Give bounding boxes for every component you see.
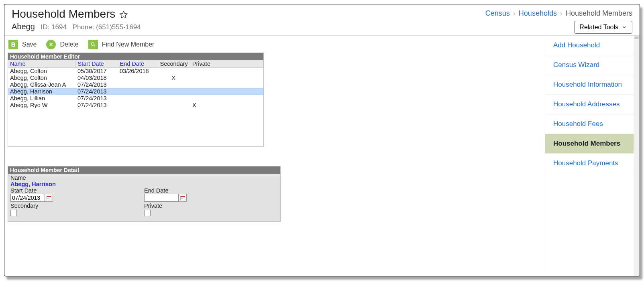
- household-member-editor-panel: Household Member Editor Name Start Date …: [8, 53, 264, 147]
- household-member-detail-panel: Household Member Detail Name Abegg, Harr…: [8, 166, 281, 222]
- related-tools-label: Related Tools: [579, 24, 618, 31]
- cell: [118, 88, 158, 95]
- table-row[interactable]: Abegg, Glissa-Jean A07/24/2013: [8, 81, 263, 88]
- svg-rect-10: [182, 198, 183, 199]
- svg-rect-4: [47, 196, 51, 197]
- cell: [158, 68, 189, 75]
- table-row[interactable]: Abegg, Ryo W07/24/2013X: [8, 102, 263, 109]
- chevron-right-icon: ›: [513, 9, 516, 18]
- secondary-checkbox[interactable]: [10, 210, 17, 216]
- save-icon: [8, 40, 18, 49]
- col-end-date[interactable]: End Date: [118, 60, 158, 68]
- cell: 03/26/2018: [118, 68, 158, 75]
- cell: [118, 102, 158, 109]
- cell: [158, 88, 189, 95]
- detail-private-label: Private: [144, 203, 278, 209]
- start-date-input[interactable]: [10, 194, 45, 202]
- cell: 04/03/2018: [75, 75, 118, 81]
- table-row[interactable]: Abegg, Colton04/03/2018X: [8, 75, 263, 81]
- household-id: ID: 1694: [41, 23, 67, 31]
- chevron-right-icon: ›: [560, 9, 562, 18]
- delete-button[interactable]: Delete: [46, 40, 78, 49]
- cell: Abegg, Colton: [8, 68, 75, 75]
- breadcrumb-census[interactable]: Census: [485, 9, 510, 18]
- sidebar-item[interactable]: Census Wizard: [545, 55, 634, 75]
- cell: Abegg, Ryo W: [8, 102, 75, 109]
- find-new-member-label: Find New Member: [102, 41, 155, 48]
- cell: Abegg, Lillian: [8, 95, 75, 102]
- star-icon[interactable]: [119, 8, 128, 20]
- detail-start-label: Start Date: [10, 187, 144, 194]
- svg-rect-8: [180, 196, 185, 197]
- save-label: Save: [22, 41, 37, 48]
- household-name: Abegg: [12, 22, 35, 31]
- cell: X: [189, 102, 263, 109]
- cell: 07/24/2013: [75, 95, 118, 102]
- cell: [118, 81, 158, 88]
- page-title-text: Household Members: [12, 8, 115, 20]
- svg-rect-6: [49, 198, 49, 199]
- detail-name-link[interactable]: Abegg, Harrison: [10, 181, 278, 187]
- members-table: Name Start Date End Date Secondary Priva…: [8, 60, 263, 68]
- page-title: Household Members: [12, 8, 141, 20]
- cell: 07/24/2013: [75, 102, 118, 109]
- breadcrumb-current: Household Members: [566, 9, 632, 18]
- search-icon: [88, 40, 98, 49]
- related-tools-button[interactable]: Related Tools: [574, 21, 632, 34]
- delete-label: Delete: [60, 41, 78, 48]
- private-checkbox[interactable]: [144, 210, 151, 216]
- action-toolbar: Save Delete Find New Member: [8, 39, 542, 53]
- breadcrumb: Census › Households › Household Members: [485, 8, 632, 18]
- side-nav: Add HouseholdCensus WizardHousehold Info…: [545, 36, 640, 276]
- sidebar-item[interactable]: Household Information: [545, 75, 634, 95]
- members-table-body: Abegg, Colton05/30/201703/26/2018Abegg, …: [8, 68, 263, 109]
- cell: 07/24/2013: [75, 81, 118, 88]
- cell: [158, 95, 189, 102]
- household-phone: Phone: (651)555-1694: [73, 23, 141, 31]
- cell: [118, 75, 158, 81]
- svg-rect-0: [12, 43, 14, 44]
- col-private[interactable]: Private: [190, 60, 263, 68]
- table-row[interactable]: Abegg, Harrison07/24/2013: [8, 88, 263, 95]
- cell: [189, 75, 263, 81]
- detail-panel-title: Household Member Detail: [8, 166, 280, 174]
- save-button[interactable]: Save: [8, 40, 37, 49]
- household-subline: Abegg ID: 1694 Phone: (651)555-1694: [12, 22, 141, 31]
- breadcrumb-households[interactable]: Households: [519, 9, 557, 18]
- cell: [158, 102, 189, 109]
- col-start-date[interactable]: Start Date: [75, 60, 118, 68]
- cell: [189, 95, 263, 102]
- cell: Abegg, Colton: [8, 75, 75, 81]
- end-date-input[interactable]: [144, 194, 179, 202]
- col-name[interactable]: Name: [8, 60, 75, 68]
- col-secondary[interactable]: Secondary: [158, 60, 190, 68]
- cell: Abegg, Harrison: [8, 88, 75, 95]
- scrollbar[interactable]: [634, 36, 640, 276]
- calendar-icon[interactable]: [45, 194, 53, 202]
- sidebar-item[interactable]: Household Addresses: [545, 95, 634, 114]
- cell: [118, 95, 158, 102]
- detail-end-label: End Date: [144, 187, 278, 194]
- detail-secondary-label: Secondary: [10, 203, 144, 209]
- cell: [189, 88, 263, 95]
- sidebar-item[interactable]: Household Payments: [545, 154, 634, 173]
- cell: [189, 81, 263, 88]
- cell: 07/24/2013: [75, 88, 118, 95]
- find-new-member-button[interactable]: Find New Member: [88, 40, 155, 49]
- sidebar-item[interactable]: Household Fees: [545, 114, 634, 134]
- editor-panel-title: Household Member Editor: [8, 53, 263, 60]
- table-row[interactable]: Abegg, Lillian07/24/2013: [8, 95, 263, 102]
- delete-icon: [46, 40, 56, 49]
- chevron-down-icon: [622, 24, 627, 30]
- svg-rect-9: [181, 198, 182, 199]
- table-row[interactable]: Abegg, Colton05/30/201703/26/2018: [8, 68, 263, 75]
- cell: Abegg, Glissa-Jean A: [8, 81, 75, 88]
- detail-name-label: Name: [10, 174, 278, 181]
- cell: 05/30/2017: [75, 68, 118, 75]
- calendar-icon[interactable]: [179, 194, 187, 202]
- svg-point-2: [91, 43, 94, 45]
- svg-rect-1: [12, 45, 14, 47]
- cell: X: [158, 75, 189, 81]
- sidebar-item[interactable]: Add Household: [545, 36, 634, 55]
- sidebar-item[interactable]: Household Members: [545, 134, 634, 154]
